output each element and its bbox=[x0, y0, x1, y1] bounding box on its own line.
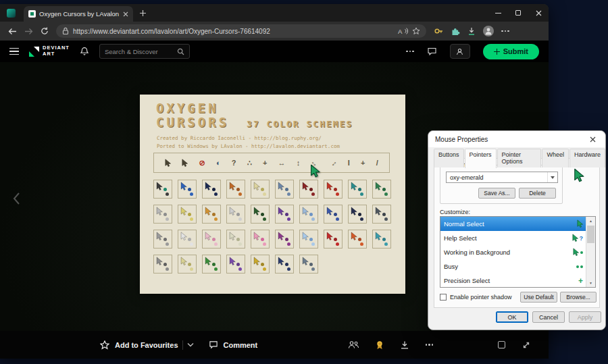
submit-button[interactable]: Submit bbox=[483, 44, 539, 59]
cursor-glyph-no: ⊘ bbox=[199, 159, 205, 167]
artwork-image[interactable]: OXYGEN CURSORS 37 COLOR SCHEMES Created … bbox=[140, 95, 405, 294]
search-icon[interactable] bbox=[177, 48, 184, 55]
scheme-cell bbox=[178, 255, 197, 274]
favourite-dropdown-chevron-icon[interactable] bbox=[187, 342, 194, 347]
pointer-list-item[interactable]: Busy bbox=[440, 259, 595, 274]
pointer-list-item[interactable]: Normal Select bbox=[440, 217, 595, 231]
list-scrollbar[interactable]: ▲ ▼ bbox=[586, 217, 595, 287]
cursor-glyph-cross: + bbox=[361, 159, 365, 167]
new-tab-button[interactable] bbox=[139, 9, 147, 17]
chevron-down-icon bbox=[551, 176, 555, 179]
pointer-list-item[interactable]: Help Select? bbox=[440, 231, 595, 245]
comment-button[interactable]: Comment bbox=[209, 340, 258, 349]
minimize-button[interactable] bbox=[488, 4, 508, 22]
cursor-glyph-v-resize: ↕ bbox=[297, 159, 301, 167]
scheme-cell bbox=[299, 230, 318, 249]
notifications-bell-icon[interactable] bbox=[80, 47, 89, 56]
scheme-cell bbox=[202, 205, 221, 224]
extension-key-icon[interactable] bbox=[434, 26, 443, 36]
artwork-credit-line1: Created by Riccardo Iaconelli - http://b… bbox=[157, 134, 340, 142]
previous-artwork-chevron-icon[interactable] bbox=[12, 192, 20, 205]
viewers-icon[interactable] bbox=[348, 340, 359, 349]
cancel-button[interactable]: Cancel bbox=[532, 311, 565, 323]
tab-close-icon[interactable] bbox=[123, 11, 128, 17]
scheme-cell bbox=[202, 255, 221, 274]
url-text[interactable]: https://www.deviantart.com/lavalon/art/O… bbox=[73, 28, 394, 35]
scheme-dropdown[interactable]: oxy-emerald bbox=[446, 172, 558, 183]
use-default-button[interactable]: Use Default bbox=[520, 292, 557, 303]
forward-icon[interactable] bbox=[24, 28, 33, 35]
scheme-dropdown-button[interactable] bbox=[547, 172, 557, 182]
pointer-list: Normal SelectHelp Select?Working in Back… bbox=[440, 216, 596, 288]
search-box[interactable] bbox=[99, 44, 190, 59]
dialog-tab-hardware[interactable]: Hardware bbox=[569, 149, 605, 167]
pointer-arrow-help-icon: ? bbox=[572, 234, 584, 242]
deviantart-logo[interactable]: DEVIANT ART bbox=[29, 45, 70, 57]
cursor-glyph-busy: ◐ bbox=[216, 159, 221, 167]
download-icon[interactable] bbox=[400, 340, 409, 350]
dialog-tab-pointers[interactable]: Pointers bbox=[465, 149, 497, 168]
ok-button[interactable]: OK bbox=[496, 311, 528, 323]
submit-plus-icon bbox=[494, 49, 500, 55]
header-more-icon[interactable] bbox=[406, 51, 414, 53]
downloads-icon[interactable] bbox=[467, 27, 476, 36]
extensions-puzzle-icon[interactable] bbox=[451, 26, 460, 36]
address-bar[interactable]: https://www.deviantart.com/lavalon/art/O… bbox=[56, 24, 426, 38]
dialog-tab-wheel[interactable]: Wheel bbox=[542, 149, 569, 167]
pointer-list-item[interactable]: Working in Background bbox=[440, 245, 595, 259]
badge-icon[interactable] bbox=[376, 340, 384, 350]
browser-titlebar: Oxygen Cursors by LAvalon on bbox=[0, 4, 549, 22]
scheme-cell bbox=[372, 180, 391, 199]
scheme-cell bbox=[299, 255, 318, 274]
pointer-label: Busy bbox=[444, 263, 458, 270]
pointer-shadow-checkbox[interactable] bbox=[440, 294, 447, 301]
profile-avatar[interactable] bbox=[483, 26, 494, 36]
dialog-titlebar: Mouse Properties bbox=[428, 131, 605, 147]
dialog-tab-buttons[interactable]: Buttons bbox=[434, 149, 464, 167]
pointer-label: Working in Background bbox=[444, 249, 510, 256]
browse-button[interactable]: Browse... bbox=[560, 292, 597, 303]
chat-icon[interactable] bbox=[427, 47, 437, 56]
deviantart-action-bar: Add to Favourites Comment bbox=[0, 331, 549, 359]
lock-icon[interactable] bbox=[62, 27, 69, 35]
scrollbar-thumb[interactable] bbox=[587, 226, 594, 243]
scroll-down-icon[interactable]: ▼ bbox=[586, 279, 595, 287]
pointer-cross-icon: + bbox=[578, 277, 583, 285]
pointer-label: Help Select bbox=[444, 234, 477, 242]
dialog-tab-pointer-options[interactable]: Pointer Options bbox=[497, 149, 542, 167]
browser-tab[interactable]: Oxygen Cursors by LAvalon on bbox=[24, 6, 133, 22]
scheme-cell bbox=[178, 180, 197, 199]
close-button[interactable] bbox=[528, 4, 549, 22]
dialog-tabs: ButtonsPointersPointer OptionsWheelHardw… bbox=[434, 149, 605, 167]
menu-icon[interactable] bbox=[9, 48, 19, 55]
read-aloud-icon[interactable]: A bbox=[398, 27, 408, 35]
cursor-glyph-h-resize: ↔ bbox=[278, 159, 286, 167]
account-button[interactable] bbox=[450, 44, 470, 59]
scheme-cell bbox=[251, 255, 270, 274]
scroll-up-icon[interactable]: ▲ bbox=[586, 217, 595, 225]
dialog-close-icon[interactable] bbox=[587, 135, 599, 144]
apply-button[interactable]: Apply bbox=[569, 311, 601, 323]
deviantart-logo-mark bbox=[29, 47, 39, 57]
favourite-button[interactable]: Add to Favourites bbox=[100, 340, 178, 350]
comment-label: Comment bbox=[224, 341, 258, 349]
cursor-glyph-arrow bbox=[182, 159, 188, 167]
scheme-cell bbox=[153, 180, 172, 199]
pointer-list-item[interactable]: Precision Select+ bbox=[440, 274, 595, 288]
more-options-icon[interactable] bbox=[426, 344, 434, 346]
search-input[interactable] bbox=[105, 48, 174, 55]
browser-menu-icon[interactable] bbox=[501, 30, 509, 32]
fullscreen-icon[interactable] bbox=[522, 340, 531, 350]
tab-title: Oxygen Cursors by LAvalon on bbox=[39, 10, 120, 18]
cursor-glyph-arrow bbox=[165, 159, 171, 167]
delete-button[interactable]: Delete bbox=[519, 188, 556, 199]
mouse-cursor bbox=[310, 164, 320, 178]
save-as-button[interactable]: Save As... bbox=[478, 188, 515, 199]
workspace-icon[interactable] bbox=[7, 9, 16, 18]
scheme-row bbox=[153, 255, 391, 274]
favorites-star-icon[interactable] bbox=[412, 27, 420, 35]
refresh-icon[interactable] bbox=[41, 27, 49, 35]
theater-mode-icon[interactable] bbox=[498, 341, 505, 348]
maximize-button[interactable] bbox=[508, 4, 528, 22]
back-icon[interactable] bbox=[8, 28, 17, 35]
